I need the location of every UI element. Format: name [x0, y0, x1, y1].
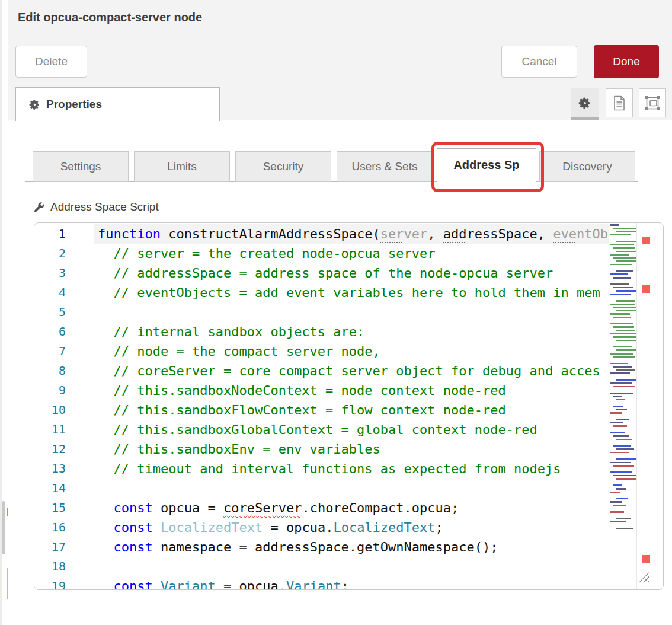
- minimap-row: [616, 270, 633, 272]
- wrench-icon: [33, 201, 45, 213]
- minimap-row: [613, 228, 636, 229]
- minimap-row: [616, 349, 636, 351]
- minimap-row: [610, 273, 628, 275]
- gear-icon: [29, 99, 40, 110]
- minimap-row: [616, 260, 636, 262]
- line-number: 16: [34, 518, 66, 537]
- minimap-row: [616, 518, 631, 519]
- minimap-row: [613, 336, 636, 338]
- line-number: 3: [34, 263, 66, 283]
- minimap-row: [613, 366, 632, 368]
- minimap-row: [613, 386, 635, 388]
- code-line[interactable]: [94, 302, 609, 322]
- edit-node-dialog: Edit opcua-compact-server node Delete Ca…: [0, 0, 672, 625]
- code-line[interactable]: // timeout and interval functions as exp…: [94, 459, 609, 479]
- code-line[interactable]: const namespace = addressSpace.getOwnNam…: [94, 537, 609, 557]
- tab-address-space[interactable]: Address Sp: [437, 148, 536, 184]
- line-number: 13: [34, 459, 66, 479]
- minimap-row: [610, 363, 628, 365]
- selection-frame-icon: [645, 95, 660, 111]
- editor-resize-handle[interactable]: [639, 572, 649, 582]
- code-line[interactable]: // this.sandboxGlobalContext = global co…: [94, 420, 609, 439]
- gear-icon: [578, 97, 591, 110]
- minimap-row: [610, 462, 631, 464]
- cancel-button[interactable]: Cancel: [501, 46, 577, 78]
- tab-users-sets[interactable]: Users & Sets: [337, 151, 433, 182]
- minimap-row: [613, 425, 627, 427]
- minimap-row: [610, 372, 630, 374]
- editor-gutter: 12345678910111213141516171819: [34, 223, 94, 589]
- minimap-row: [613, 307, 636, 308]
- minimap-row: [613, 356, 635, 358]
- appearance-icon-button[interactable]: [639, 88, 666, 117]
- editor-code-area[interactable]: function constructAlarmAddressSpace(serv…: [94, 223, 609, 589]
- line-number: 8: [34, 361, 66, 381]
- code-line[interactable]: const LocalizedText = opcua.LocalizedTex…: [94, 518, 609, 537]
- code-line[interactable]: // eventObjects = add event variables he…: [94, 283, 609, 302]
- tab-properties[interactable]: Properties: [15, 87, 220, 121]
- minimap-row: [610, 283, 629, 285]
- code-line[interactable]: // addressSpace = address space of the n…: [94, 263, 609, 283]
- code-line[interactable]: [94, 479, 609, 498]
- code-line[interactable]: const Variant = opcua.Variant;: [94, 576, 609, 589]
- minimap-row: [610, 471, 632, 473]
- code-line[interactable]: [94, 557, 609, 576]
- minimap-row: [613, 484, 622, 486]
- line-number: 18: [34, 557, 66, 576]
- minimap-row: [610, 254, 629, 256]
- line-number: 15: [34, 498, 66, 518]
- line-number: 1: [34, 224, 66, 244]
- code-line[interactable]: // internal sandbox objects are:: [94, 322, 609, 342]
- minimap-row: [610, 492, 620, 493]
- minimap-row: [613, 505, 626, 506]
- minimap-row: [610, 234, 631, 236]
- minimap-row: [610, 412, 622, 414]
- minimap-row: [613, 435, 629, 437]
- code-line[interactable]: const opcua = coreServer.choreCompact.op…: [94, 498, 609, 518]
- code-line[interactable]: // node = the compact server node,: [94, 342, 609, 361]
- minimap-row: [610, 264, 632, 266]
- properties-icon-button[interactable]: [571, 88, 599, 117]
- workspace-scrollbar-thumb[interactable]: [2, 501, 5, 554]
- tab-limits[interactable]: Limits: [134, 151, 230, 182]
- code-editor[interactable]: 12345678910111213141516171819 function c…: [34, 222, 664, 590]
- code-line[interactable]: // server = the created node-opcua serve…: [94, 244, 609, 263]
- delete-button[interactable]: Delete: [15, 46, 87, 78]
- minimap-row: [616, 300, 635, 302]
- minimap-row: [610, 304, 635, 305]
- tab-security[interactable]: Security: [235, 151, 331, 182]
- line-number: 11: [34, 420, 66, 439]
- line-number: 10: [34, 400, 66, 420]
- line-number: 6: [34, 322, 66, 342]
- code-line[interactable]: // this.sandboxFlowContext = flow contex…: [94, 400, 609, 420]
- line-number: 2: [34, 244, 66, 263]
- code-line[interactable]: // this.sandboxNodeContext = node contex…: [94, 381, 609, 400]
- code-line[interactable]: // this.sandboxEnv = env variables: [94, 439, 609, 459]
- line-number: 14: [34, 479, 66, 498]
- minimap-row: [616, 478, 636, 480]
- minimap-row: [610, 393, 633, 394]
- minimap-row: [616, 310, 636, 312]
- error-marker: [642, 555, 650, 563]
- code-line[interactable]: // coreServer = core compact server obje…: [94, 361, 609, 381]
- minimap-row: [616, 448, 634, 450]
- minimap-row: [610, 382, 632, 384]
- minimap-row: [616, 231, 636, 232]
- minimap-row: [610, 422, 623, 424]
- minimap-row: [613, 317, 631, 318]
- header-divider: [8, 36, 672, 36]
- minimap-row: [610, 432, 625, 433]
- code-line[interactable]: function constructAlarmAddressSpace(serv…: [94, 224, 609, 244]
- document-icon: [612, 95, 626, 111]
- minimap-row: [613, 475, 636, 477]
- description-icon-button[interactable]: [606, 88, 633, 117]
- done-button[interactable]: Done: [594, 45, 659, 78]
- workspace-left-rail: [0, 0, 8, 625]
- node-tabs: SettingsLimitsSecurityUsers & SetsDiscov…: [33, 151, 641, 182]
- tab-settings[interactable]: Settings: [33, 151, 129, 182]
- tab-discovery[interactable]: Discovery: [539, 151, 635, 182]
- minimap-row: [616, 458, 636, 460]
- editor-minimap[interactable]: [609, 223, 636, 589]
- error-marker: [642, 285, 650, 293]
- line-number: 17: [34, 537, 66, 557]
